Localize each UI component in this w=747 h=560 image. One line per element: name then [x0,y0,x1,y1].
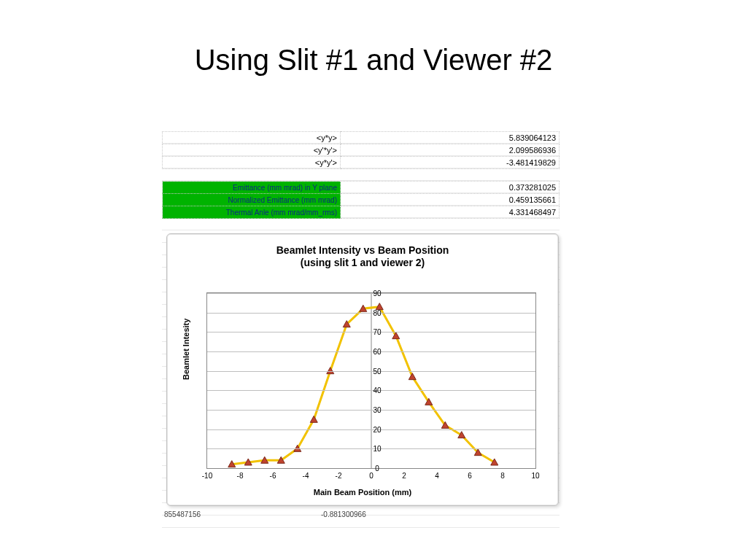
y-axis-title: Beamlet Intesity [182,319,190,380]
row-label: Thermal Anle (mm mrad/mm_rms) [163,206,341,219]
y-tick-label: 60 [366,348,388,356]
y-tick-label: 70 [366,328,388,336]
x-tick-label: -2 [336,472,342,480]
chart-title-line1: Beamlet Intensity vs Beam Position [276,244,449,256]
row-value: 5.839064123 [341,132,560,144]
x-tick-label: -10 [202,472,212,480]
row-value: 0.373281025 [341,182,560,194]
x-tick-label: -8 [237,472,244,480]
y-tick-label: 50 [366,367,388,375]
y-tick-label: 90 [366,289,388,298]
data-marker-icon [409,373,416,380]
x-tick-label: -6 [270,472,276,480]
chart-title-line2: (using slit 1 and viewer 2) [301,257,425,268]
row-label: <y'*y'> [163,144,341,157]
stray-number: 855487156 [164,510,201,518]
chart-title: Beamlet Intensity vs Beam Position (usin… [167,244,558,269]
x-tick-label: 2 [402,472,406,480]
results-table: <y*y> 5.839064123 <y'*y'> 2.099586936 <y… [162,131,560,219]
row-value: 0.459135661 [341,194,560,206]
plot-area: 0102030405060708090-10-8-6-4-20246810 [206,292,536,469]
x-tick-label: 0 [369,472,374,480]
row-label: <y*y> [163,132,341,144]
page-title: Using Slit #1 and Viewer #2 [0,44,747,77]
x-tick-label: 6 [468,472,472,480]
y-tick-label: 10 [366,445,388,453]
x-tick-label: 10 [531,472,539,480]
x-tick-label: 8 [500,472,505,480]
y-tick-label: 80 [366,308,388,316]
x-axis-title: Main Beam Position (mm) [167,488,558,497]
row-value: 2.099586936 [341,144,560,157]
x-tick-label: 4 [435,472,439,480]
row-label: Normalized Emittance (mm mrad) [163,194,341,206]
chart-panel: Beamlet Intensity vs Beam Position (usin… [166,233,559,506]
row-value: -3.481419829 [341,157,560,169]
y-tick-label: 30 [366,406,388,414]
stray-number: -0.881300966 [321,510,366,518]
x-tick-label: -4 [303,472,309,480]
row-value: 4.331468497 [341,206,560,219]
row-label: <y*y'> [163,157,341,169]
data-marker-icon [310,416,317,422]
chart-series [207,293,535,468]
y-tick-label: 20 [366,425,388,433]
row-label: Emittance (mm mrad) in Y plane [163,182,341,194]
y-tick-label: 40 [366,386,388,394]
y-tick-label: 0 [366,464,388,472]
spacer-row [163,169,560,182]
